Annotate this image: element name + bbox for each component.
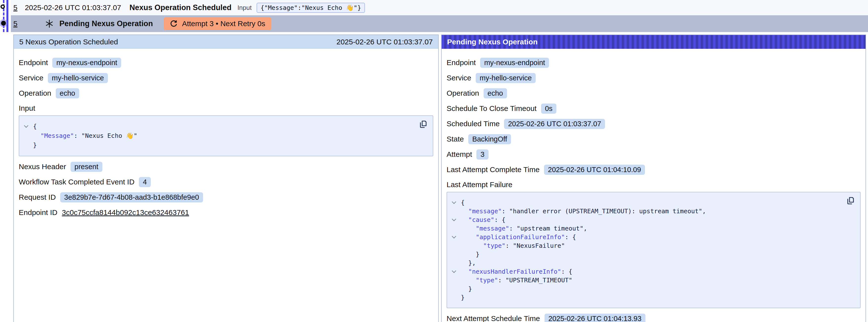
json-text: : { [565,233,576,242]
event-detail-panels: 5 Nexus Operation Scheduled 2025-02-26 U… [13,34,866,322]
field-label: Scheduled Time [446,120,500,128]
field-label: Service [19,74,43,82]
field-label: Schedule To Close Timeout [446,104,537,113]
copy-button[interactable] [847,197,854,206]
workflow-history-page: 5 2025-02-26 UTC 01:03:37.07 Nexus Opera… [0,0,868,322]
field-label: Workflow Task Completed Event ID [19,178,134,186]
section-label-last-attempt-failure: Last Attempt Failure [446,181,861,189]
field-service: Servicemy-hello-service [446,72,861,83]
endpoint-id-link[interactable]: 3c0c75ccfa8144b092c13ce632463761 [62,208,189,217]
event-row-pending-nexus-operation[interactable]: 5 Pending Nexus Operation Attempt 3 • Ne… [11,15,868,32]
scheduled-event-panel: 5 Nexus Operation Scheduled 2025-02-26 U… [13,34,439,322]
event-row-nexus-operation-scheduled[interactable]: 5 2025-02-26 UTC 01:03:37.07 Nexus Opera… [11,0,868,15]
collapse-chevron-icon[interactable] [447,233,461,242]
gutter-spacer [447,207,461,216]
gutter-spacer [447,293,461,302]
code-line: }, [447,259,838,267]
collapse-chevron-icon[interactable] [447,267,461,276]
collapse-chevron-icon[interactable] [447,198,461,207]
field-label: State [446,135,464,143]
field-scheduled-time: Scheduled Time2025-02-26 UTC 01:03:37.07 [446,118,861,129]
field-value-badge: 2025-02-26 UTC 01:03:37.07 [504,119,605,129]
json-text: } [461,293,465,302]
event-id-link[interactable]: 5 [13,3,18,12]
code-line: { [447,198,838,207]
input-preview-chip: {"Message":"Nexus Echo 👋"} [257,3,365,13]
retry-badge-label: Attempt 3 • Next Retry 0s [182,20,265,28]
pending-panel-body: Endpointmy-nexus-endpointServicemy-hello… [442,49,866,322]
input-label: Input [237,4,252,11]
collapse-chevron-icon[interactable] [447,216,461,224]
json-text [461,233,476,242]
json-text [461,207,468,216]
pending-panel-title: Pending Nexus Operation [447,38,538,46]
code-line: "cause": { [447,216,838,224]
json-key: "Message" [40,131,74,140]
field-label: Service [446,74,471,82]
field-label: Attempt [446,150,472,159]
pending-event-title: Pending Nexus Operation [59,19,153,28]
field-value-badge: BackingOff [468,134,511,144]
json-text: : "handler error (UPSTREAM_TIMEOUT): ups… [502,207,706,216]
field-label: Operation [19,89,51,97]
code-line: } [447,285,838,293]
code-line: } [447,293,838,302]
section-label-input: Input [19,104,433,112]
gutter-spacer [447,250,461,259]
json-text: : "UPSTREAM_TIMEOUT" [498,276,572,285]
scheduled-panel-body: Endpointmy-nexus-endpointServicemy-hello… [14,49,438,226]
json-text: { [461,198,465,207]
field-label: Endpoint ID [19,208,58,217]
field-workflow-task-completed-event-id: Workflow Task Completed Event ID4 [19,176,433,187]
code-line: "message": "upstream timeout", [447,224,838,233]
code-line: "type": "UPSTREAM_TIMEOUT" [447,276,838,285]
scheduled-panel-timestamp: 2025-02-26 UTC 01:03:37.07 [337,38,433,46]
field-label: Endpoint [19,58,48,67]
field-nexus-header: Nexus Headerpresent [19,161,433,172]
field-value-badge: my-hello-service [476,73,536,83]
field-operation: Operationecho [446,88,861,99]
code-line: } [19,140,411,150]
field-label: Operation [446,89,479,97]
json-text [461,216,468,224]
field-label: Endpoint [446,58,476,67]
code-line: "nexusHandlerFailureInfo": { [447,267,838,276]
field-label: Next Attempt Schedule Time [446,314,540,322]
json-text [461,267,468,276]
json-text: } [461,250,479,259]
retry-icon [170,20,178,28]
field-schedule-to-close-timeout: Schedule To Close Timeout0s [446,103,861,114]
scheduled-panel-header: 5 Nexus Operation Scheduled 2025-02-26 U… [14,35,438,49]
scheduled-panel-title: 5 Nexus Operation Scheduled [19,38,118,46]
gutter-spacer [447,242,461,250]
json-key: "message" [476,224,509,233]
json-key: "type" [483,242,505,250]
copy-button[interactable] [420,120,427,130]
field-value-badge: 3 [476,150,488,160]
code-line: } [447,250,838,259]
asterisk-icon [45,20,54,28]
pending-panel-header: Pending Nexus Operation [442,35,866,49]
field-value-badge: my-nexus-endpoint [52,58,121,68]
code-line: "type": "NexusFailure" [447,242,838,250]
gutter-spacer [447,276,461,285]
event-id-link[interactable]: 5 [13,20,18,28]
collapse-chevron-icon[interactable] [19,122,33,131]
field-last-attempt-complete-time: Last Attempt Complete Time2025-02-26 UTC… [446,164,861,175]
field-label: Last Attempt Complete Time [446,165,539,174]
timeline-current-node-icon [1,21,6,26]
field-request-id: Request ID3e829b7e-7d67-4b08-aad3-b1e868… [19,192,433,203]
code-line: { [19,122,411,131]
json-text: : "Nexus Echo 👋" [74,131,137,140]
json-text: : { [561,267,572,276]
field-endpoint-id: Endpoint ID3c0c75ccfa8144b092c13ce632463… [19,207,433,218]
gutter-spacer [447,259,461,267]
json-text: { [33,122,37,131]
timeline-active-bar [6,0,8,32]
field-value-badge: my-hello-service [48,73,108,83]
gutter-spacer [447,285,461,293]
json-text [461,276,476,285]
json-text [33,131,40,140]
timeline-open-node-icon [0,4,5,9]
field-endpoint: Endpointmy-nexus-endpoint [446,57,861,68]
